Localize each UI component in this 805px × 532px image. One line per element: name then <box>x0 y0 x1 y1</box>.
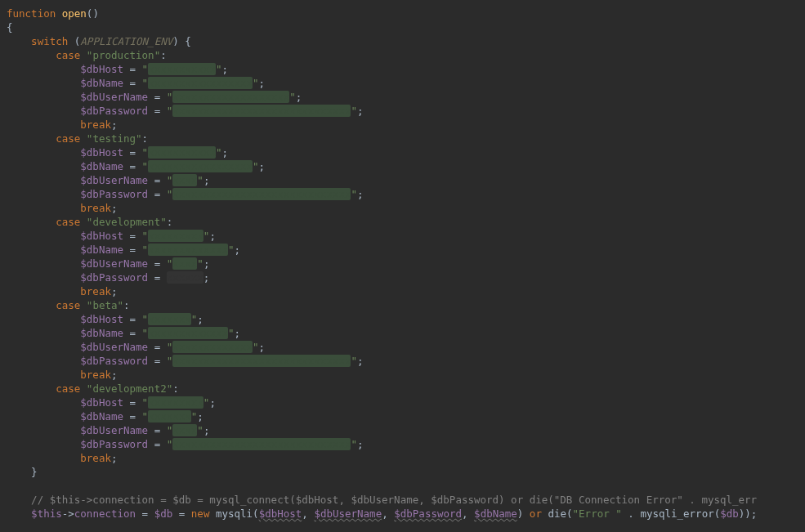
code-block: function open() { switch (APPLICATION_EN… <box>7 7 805 521</box>
